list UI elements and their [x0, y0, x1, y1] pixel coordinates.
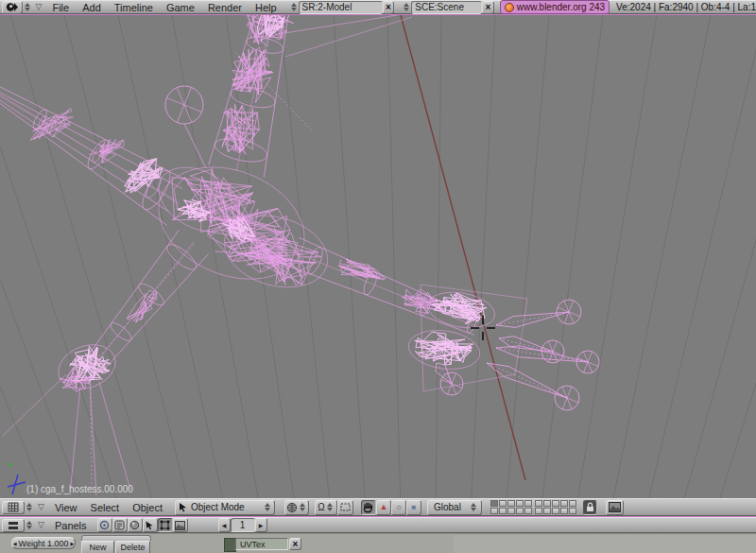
frame-number-field[interactable]: 1 — [231, 518, 255, 532]
editor-type-button-3dview[interactable] — [2, 501, 25, 514]
editor-type-button-buttons[interactable] — [2, 519, 25, 532]
header-collapse-icon[interactable]: ▽ — [38, 521, 44, 529]
buttons-window-icon — [8, 521, 19, 530]
shading-arrows — [300, 503, 305, 511]
window-type-arrows[interactable] — [25, 3, 30, 11]
object-context-button[interactable] — [143, 518, 158, 532]
manipulator-rotate-toggle[interactable]: ○ — [391, 500, 406, 515]
menu-select[interactable]: Select — [91, 502, 120, 513]
window-type-button[interactable] — [2, 1, 23, 14]
logic-context-button[interactable] — [97, 518, 112, 532]
hand-icon — [363, 502, 373, 513]
manipulator-scale-toggle[interactable]: ■ — [406, 500, 421, 515]
menu-panels[interactable]: Panels — [55, 520, 87, 531]
scene-selector[interactable]: SCE:Scene — [411, 1, 482, 14]
info-header: ▽ File Add Timeline Game Render Help SR:… — [0, 0, 756, 14]
blender-org-link[interactable]: www.blender.org 243 — [500, 0, 610, 14]
vertex-group-delete-button[interactable]: Delete — [115, 541, 150, 553]
layer-toggle[interactable] — [516, 508, 524, 514]
menu-file[interactable]: File — [52, 2, 69, 13]
menu-help[interactable]: Help — [255, 2, 277, 13]
mode-dropdown-arrows — [265, 503, 270, 511]
mode-dropdown[interactable]: Object Mode — [175, 500, 275, 515]
menu-timeline[interactable]: Timeline — [114, 2, 153, 13]
screen-close-button[interactable]: × — [383, 1, 395, 14]
layer-toggle[interactable] — [543, 500, 551, 507]
scene-browse-arrows[interactable] — [404, 3, 409, 11]
header-collapse-icon[interactable]: ▽ — [36, 3, 43, 11]
layer-buttons-group-1 — [490, 500, 532, 514]
layer-toggle[interactable] — [499, 508, 507, 514]
layer-toggle[interactable] — [507, 500, 515, 507]
layer-toggle[interactable] — [507, 508, 515, 514]
orientation-dropdown[interactable]: Global — [427, 500, 482, 515]
screen-browse-arrows[interactable] — [291, 3, 297, 11]
blender-window: ▽ File Add Timeline Game Render Help SR:… — [0, 0, 756, 553]
menu-view[interactable]: View — [55, 502, 77, 513]
pivot-omega-icon: Ω — [318, 503, 324, 512]
blender-org-icon — [505, 3, 514, 12]
shading-context-button[interactable] — [128, 518, 143, 532]
menu-game[interactable]: Game — [166, 2, 195, 13]
editing-context-button[interactable] — [158, 518, 173, 532]
layer-toggle[interactable] — [543, 508, 551, 514]
layer-toggle[interactable] — [516, 500, 524, 507]
weight-spinner[interactable]: ◀ Weight 1.000 ▶ — [11, 537, 76, 549]
vertex-group-new-button[interactable]: New — [81, 541, 114, 553]
layer-toggle[interactable] — [552, 500, 559, 507]
viewport-canvas[interactable]: (1) cga_f_hostess.00.000 — [0, 15, 756, 498]
uvtex-delete-button[interactable]: × — [289, 538, 301, 550]
pivot-arrows — [327, 503, 333, 511]
shading-sphere-icon — [286, 502, 298, 513]
move-centers-toggle[interactable] — [337, 500, 353, 515]
layer-toggle[interactable] — [524, 500, 532, 507]
layer-toggle[interactable] — [524, 508, 532, 514]
material-sphere-icon — [129, 520, 140, 530]
layer-toggle[interactable] — [499, 500, 507, 507]
view3d-header: ▽ View Select Object Object Mode Ω — [0, 498, 756, 516]
buttons-header: ▽ Panels — [0, 517, 756, 533]
scene-context-button[interactable] — [173, 518, 188, 532]
scene-name: SCE:Scene — [412, 2, 467, 12]
context-buttons — [97, 518, 188, 532]
layer-toggle[interactable] — [552, 508, 559, 514]
layer-toggle[interactable] — [560, 508, 568, 514]
manipulator-hand-toggle[interactable] — [361, 500, 376, 515]
pivot-dropdown[interactable]: Ω — [315, 500, 337, 515]
frame-decrement-button[interactable]: ◀ — [218, 518, 231, 532]
screen-selector[interactable]: SR:2-Model — [299, 1, 383, 14]
uvtex-name-field[interactable]: UVTex — [235, 538, 288, 550]
layer-buttons-group-2 — [535, 500, 576, 514]
render-preview-button[interactable] — [606, 500, 624, 515]
blender-logo-icon — [6, 2, 19, 12]
scene-close-button[interactable]: × — [482, 1, 494, 14]
script-context-button[interactable] — [112, 518, 128, 532]
frame-increment-button[interactable]: ▶ — [255, 518, 267, 532]
script-icon — [114, 520, 125, 530]
viewport-3d[interactable]: (1) cga_f_hostess.00.000 — [0, 15, 756, 498]
manipulator-translate-toggle[interactable]: ▲ — [376, 500, 391, 515]
menu-add[interactable]: Add — [82, 2, 101, 13]
panel-fragment — [454, 535, 756, 553]
spin-right-icon: ▶ — [70, 541, 74, 546]
grid-3dview-icon — [8, 502, 19, 512]
header-collapse-icon[interactable]: ▽ — [38, 503, 44, 511]
layer-toggle[interactable] — [569, 500, 576, 507]
menu-render[interactable]: Render — [208, 2, 242, 13]
layer-toggle[interactable] — [490, 508, 498, 514]
lock-layers-toggle[interactable] — [583, 500, 597, 515]
orientation-arrows — [471, 503, 476, 511]
spin-left-icon: ◀ — [222, 522, 227, 528]
weight-label: Weight 1.000 — [19, 539, 69, 548]
layer-toggle[interactable] — [535, 508, 542, 514]
orientation-label: Global — [431, 502, 464, 512]
layer-toggle[interactable] — [569, 508, 576, 514]
menu-object[interactable]: Object — [132, 502, 163, 513]
viewport-shading-dropdown[interactable] — [284, 500, 309, 515]
layer-toggle[interactable] — [535, 500, 542, 507]
layer-toggle[interactable] — [560, 500, 568, 507]
layer-toggle[interactable] — [490, 500, 498, 507]
editor-type-arrows[interactable] — [26, 521, 32, 529]
editor-type-arrows[interactable] — [26, 503, 32, 511]
mode-label: Object Mode — [188, 502, 248, 512]
